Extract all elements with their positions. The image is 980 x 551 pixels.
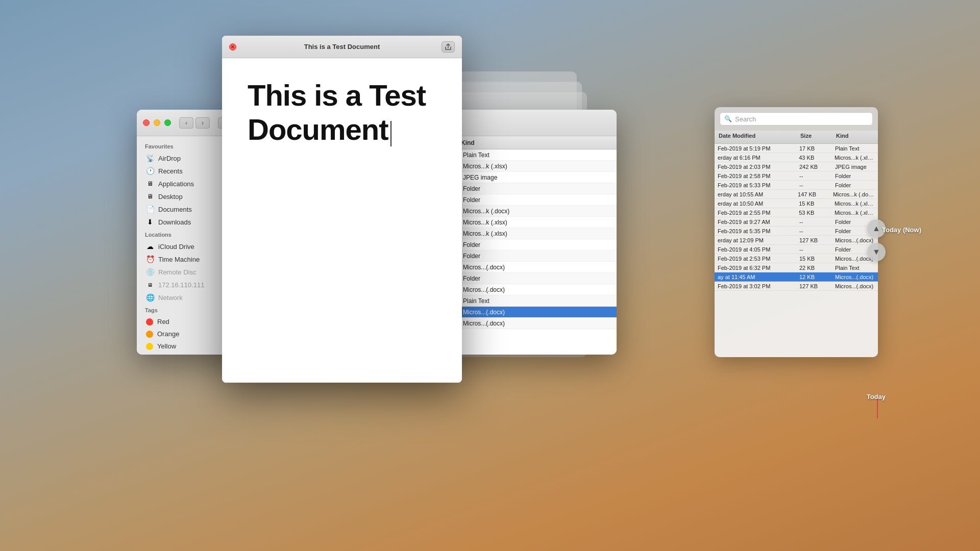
today-now-label: Today (Now) — [882, 226, 921, 234]
rp-modified-cell: erday at 10:55 AM — [715, 191, 795, 197]
tm-scroll-down-button[interactable]: ▼ — [867, 243, 886, 261]
table-row[interactable]: erday at 12:09 PM 127 KB Micros...(.docx… — [715, 236, 878, 245]
kind-column-header: Kind — [461, 139, 532, 146]
rp-size-cell: 17 KB — [796, 145, 832, 152]
file-kind-cell: Plain Text — [461, 297, 532, 305]
finder-nav-buttons: ‹ › — [179, 117, 210, 129]
close-button[interactable] — [143, 119, 150, 126]
rp-size-cell: 15 KB — [796, 256, 832, 262]
sidebar-item-tag-green[interactable]: Green — [140, 353, 223, 355]
rp-modified-cell: erday at 10:50 AM — [715, 201, 796, 207]
sidebar-item-label: AirDrop — [158, 155, 181, 162]
table-row[interactable]: Feb-2019 at 4:05 PM -- Folder — [715, 245, 878, 254]
recents-icon: 🕐 — [146, 167, 154, 175]
table-row[interactable]: Feb-2019 at 5:35 PM -- Folder — [715, 227, 878, 236]
sidebar-item-applications[interactable]: 🖥 Applications — [140, 178, 223, 190]
sidebar-item-tag-yellow[interactable]: Yellow — [140, 340, 223, 352]
favourites-header: Favourites — [137, 140, 226, 152]
applications-icon: 🖥 — [146, 180, 154, 188]
table-row[interactable]: erday at 6:16 PM 43 KB Micros...k (.xlsx… — [715, 153, 878, 162]
rp-kind-cell: Folder — [832, 219, 854, 225]
table-row[interactable]: Feb-2019 at 5:33 PM -- Folder — [715, 181, 878, 190]
rp-kind-cell: Plain Text — [832, 145, 863, 152]
airdrop-icon: 📡 — [146, 154, 154, 162]
locations-header: Locations — [137, 229, 226, 240]
file-kind-cell: Micros...(.docx) — [461, 286, 532, 293]
forward-button[interactable]: › — [195, 117, 210, 129]
table-row[interactable]: Feb-2019 at 3:02 PM 127 KB Micros...(.do… — [715, 282, 878, 291]
search-icon: 🔍 — [724, 115, 732, 122]
sidebar-item-documents[interactable]: 📄 Documents — [140, 203, 223, 215]
file-kind-cell: Plain Text — [461, 152, 532, 159]
rp-kind-cell: Plain Text — [832, 265, 863, 271]
table-row[interactable]: erday at 10:55 AM 147 KB Micros...k (.do… — [715, 190, 878, 199]
rp-modified-cell: Feb-2019 at 5:35 PM — [715, 228, 796, 234]
preview-share-button[interactable] — [442, 41, 455, 53]
table-row[interactable]: Feb-2019 at 6:32 PM 22 KB Plain Text — [715, 263, 878, 272]
rp-kind-cell: Micros...k (.xlsx) — [831, 201, 878, 207]
file-kind-cell: Folder — [461, 196, 532, 204]
sidebar-item-tag-red[interactable]: Red — [140, 316, 223, 328]
sidebar-item-remote-disc[interactable]: 💿 Remote Disc — [140, 266, 223, 278]
sidebar-item-label: Desktop — [158, 193, 183, 201]
minimize-button[interactable] — [154, 119, 160, 126]
share-icon — [445, 43, 452, 51]
network-computer-icon: 🖥 — [146, 281, 154, 289]
rp-size-cell: 147 KB — [795, 191, 830, 197]
search-placeholder: Search — [735, 115, 756, 123]
maximize-button[interactable] — [164, 119, 171, 126]
sidebar-item-ip[interactable]: 🖥 172.16.110.111 — [140, 279, 223, 291]
sidebar-item-label: Downloads — [158, 218, 191, 226]
sidebar-item-label: Recents — [158, 167, 183, 175]
sidebar-item-desktop[interactable]: 🖥 Desktop — [140, 190, 223, 203]
rp-modified-cell: Feb-2019 at 6:32 PM — [715, 265, 796, 271]
sidebar-item-icloud[interactable]: ☁ iCloud Drive — [140, 240, 223, 253]
table-row[interactable]: Feb-2019 at 2:03 PM 242 KB JPEG image — [715, 162, 878, 171]
table-row[interactable]: Feb-2019 at 5:19 PM 17 KB Plain Text — [715, 144, 878, 153]
preview-window: ✕ This is a Test Document This is a Test… — [222, 36, 462, 383]
sidebar-item-label: 172.16.110.111 — [158, 281, 204, 289]
sidebar-item-tag-orange[interactable]: Orange — [140, 328, 223, 340]
rp-modified-cell: erday at 6:16 PM — [715, 155, 796, 161]
right-panel: 🔍 Search Date Modified Size Kind Feb-201… — [715, 107, 878, 357]
sidebar-item-label: Time Machine — [158, 256, 200, 263]
file-kind-cell: JPEG image — [461, 174, 532, 181]
preview-line2: Document — [248, 113, 388, 146]
sidebar-item-label: Red — [157, 318, 169, 325]
red-tag-dot — [146, 318, 153, 325]
right-panel-file-list: Feb-2019 at 5:19 PM 17 KB Plain Text erd… — [715, 144, 878, 357]
file-kind-cell: Micros...(.docx) — [461, 264, 532, 271]
sidebar-item-label: Network — [158, 294, 183, 302]
sidebar-item-label: Documents — [158, 206, 192, 213]
modified-header: Date Modified — [715, 131, 796, 143]
documents-icon: 📄 — [146, 205, 154, 213]
network-icon: 🌐 — [146, 293, 154, 302]
table-row[interactable]: Feb-2019 at 9:27 AM -- Folder — [715, 217, 878, 227]
sidebar-item-downloads[interactable]: ⬇ Downloads — [140, 216, 223, 228]
sidebar-item-label: Orange — [157, 330, 179, 338]
preview-close-button[interactable]: ✕ — [229, 43, 236, 51]
table-row[interactable]: Feb-2019 at 2:55 PM 53 KB Micros...k (.x… — [715, 208, 878, 217]
size-header: Size — [796, 131, 832, 143]
sidebar-item-label: Remote Disc — [158, 268, 196, 276]
rp-kind-cell: Micros...(.docx) — [832, 274, 876, 280]
rp-modified-cell: Feb-2019 at 3:02 PM — [715, 283, 796, 289]
back-button[interactable]: ‹ — [179, 117, 193, 129]
table-row[interactable]: erday at 10:50 AM 15 KB Micros...k (.xls… — [715, 199, 878, 208]
rp-modified-cell: Feb-2019 at 2:58 PM — [715, 173, 796, 179]
rp-kind-cell: JPEG image — [832, 164, 870, 170]
table-row[interactable]: ay at 11:45 AM 12 KB Micros...(.docx) — [715, 272, 878, 282]
rp-kind-cell: Folder — [832, 228, 854, 234]
sidebar-item-time-machine[interactable]: ⏰ Time Machine — [140, 253, 223, 265]
remote-disc-icon: 💿 — [146, 268, 154, 276]
file-kind-cell: Micros...k (.xlsx) — [461, 230, 532, 237]
search-bar[interactable]: 🔍 Search — [720, 112, 873, 126]
rp-size-cell: 53 KB — [796, 210, 831, 216]
table-row[interactable]: Feb-2019 at 2:58 PM -- Folder — [715, 171, 878, 181]
sidebar-item-airdrop[interactable]: 📡 AirDrop — [140, 152, 223, 164]
table-row[interactable]: Feb-2019 at 2:53 PM 15 KB Micros...(.doc… — [715, 254, 878, 263]
rp-modified-cell: Feb-2019 at 2:55 PM — [715, 210, 796, 216]
rp-modified-cell: ay at 11:45 AM — [715, 274, 796, 280]
sidebar-item-recents[interactable]: 🕐 Recents — [140, 165, 223, 177]
sidebar-item-network[interactable]: 🌐 Network — [140, 291, 223, 304]
